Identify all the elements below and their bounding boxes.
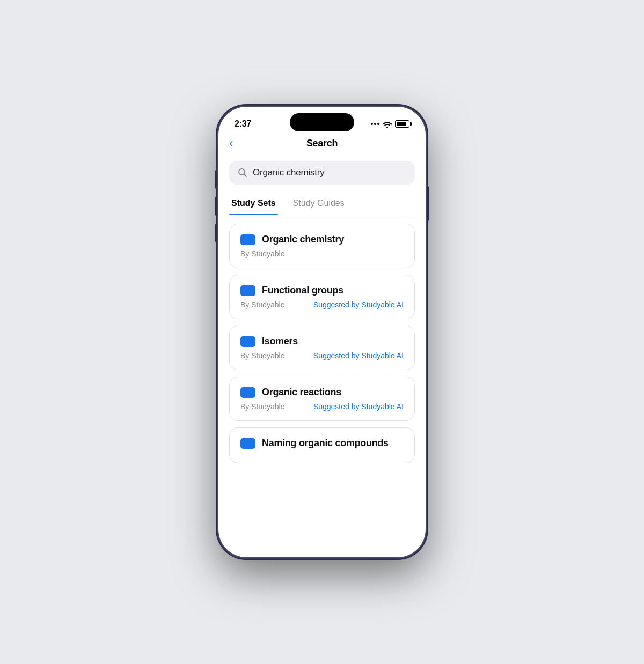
tabs-container: Study Sets Study Guides <box>218 185 426 215</box>
card-author-4: By Studyable <box>240 402 285 411</box>
card-icon-2 <box>240 285 255 296</box>
back-chevron-icon: ‹ <box>229 137 233 149</box>
signal-icon <box>371 123 379 125</box>
nav-title: Search <box>306 138 338 149</box>
card-title-3: Isomers <box>262 336 298 347</box>
svg-line-1 <box>244 174 247 177</box>
back-button[interactable]: ‹ <box>229 138 233 149</box>
card-icon-1 <box>240 234 255 245</box>
dynamic-island <box>290 113 354 131</box>
card-author-3: By Studyable <box>240 351 285 360</box>
card-footer-4: By Studyable Suggested by Studyable AI <box>240 402 404 411</box>
card-title-2: Functional groups <box>262 285 343 296</box>
card-header-4: Organic reactions <box>240 387 404 398</box>
card-author-2: By Studyable <box>240 300 285 309</box>
card-title-4: Organic reactions <box>262 387 341 398</box>
suggested-label-3: Suggested by Studyable AI <box>313 351 404 360</box>
nav-bar: ‹ Search <box>218 134 426 156</box>
search-bar[interactable]: Organic chemistry <box>229 161 415 185</box>
card-header-1: Organic chemistry <box>240 234 404 245</box>
results-list: Organic chemistry By Studyable Functiona… <box>218 215 426 472</box>
battery-icon <box>395 120 409 128</box>
card-footer-1: By Studyable <box>240 249 404 258</box>
result-card-2[interactable]: Functional groups By Studyable Suggested… <box>229 275 415 319</box>
result-card-5[interactable]: Naming organic compounds <box>229 427 415 463</box>
result-card-3[interactable]: Isomers By Studyable Suggested by Studya… <box>229 326 415 370</box>
phone-screen: 2:37 ‹ <box>218 107 426 557</box>
suggested-label-2: Suggested by Studyable AI <box>313 300 404 309</box>
tab-study-sets[interactable]: Study Sets <box>229 194 278 215</box>
card-title-1: Organic chemistry <box>262 234 344 245</box>
card-header-5: Naming organic compounds <box>240 438 404 449</box>
card-author-1: By Studyable <box>240 249 285 258</box>
card-header-3: Isomers <box>240 336 404 347</box>
card-footer-3: By Studyable Suggested by Studyable AI <box>240 351 404 360</box>
card-icon-3 <box>240 336 255 347</box>
wifi-icon <box>383 121 392 128</box>
result-card-4[interactable]: Organic reactions By Studyable Suggested… <box>229 377 415 421</box>
status-icons <box>371 120 409 128</box>
card-header-2: Functional groups <box>240 285 404 296</box>
result-card-1[interactable]: Organic chemistry By Studyable <box>229 224 415 268</box>
card-icon-4 <box>240 387 255 398</box>
tab-study-guides[interactable]: Study Guides <box>291 194 347 215</box>
search-query: Organic chemistry <box>253 167 325 178</box>
phone-frame: 2:37 ‹ <box>217 106 427 558</box>
card-footer-2: By Studyable Suggested by Studyable AI <box>240 300 404 309</box>
status-bar: 2:37 <box>218 107 426 134</box>
search-container: Organic chemistry <box>218 156 426 185</box>
card-title-5: Naming organic compounds <box>262 438 389 449</box>
card-icon-5 <box>240 438 255 449</box>
search-icon <box>238 168 247 178</box>
suggested-label-4: Suggested by Studyable AI <box>313 402 404 411</box>
status-time: 2:37 <box>235 119 251 129</box>
